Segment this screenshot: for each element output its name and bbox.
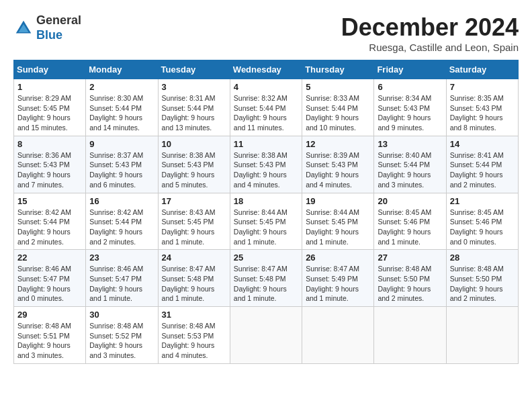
day-number: 2: [89, 82, 154, 92]
calendar-cell: [302, 307, 374, 364]
calendar-cell: 26Sunrise: 8:47 AM Sunset: 5:49 PM Dayli…: [302, 250, 374, 307]
calendar-cell: 17Sunrise: 8:43 AM Sunset: 5:45 PM Dayli…: [158, 193, 230, 250]
day-number: 14: [450, 139, 515, 149]
day-info: Sunrise: 8:43 AM Sunset: 5:45 PM Dayligh…: [162, 208, 226, 247]
day-number: 16: [89, 196, 154, 206]
day-info: Sunrise: 8:44 AM Sunset: 5:45 PM Dayligh…: [234, 208, 298, 247]
day-number: 27: [378, 253, 442, 263]
calendar-cell: [374, 307, 446, 364]
calendar-cell: 1Sunrise: 8:29 AM Sunset: 5:45 PM Daylig…: [14, 79, 86, 136]
calendar-cell: 29Sunrise: 8:48 AM Sunset: 5:51 PM Dayli…: [14, 307, 86, 364]
calendar-week-row: 1Sunrise: 8:29 AM Sunset: 5:45 PM Daylig…: [14, 79, 519, 136]
day-number: 3: [162, 82, 226, 92]
day-info: Sunrise: 8:47 AM Sunset: 5:48 PM Dayligh…: [162, 264, 226, 304]
calendar-cell: [230, 307, 302, 364]
day-number: 17: [162, 196, 226, 206]
day-number: 11: [234, 139, 298, 149]
calendar-cell: 5Sunrise: 8:33 AM Sunset: 5:44 PM Daylig…: [302, 79, 374, 136]
weekday-header-thursday: Thursday: [302, 60, 374, 79]
calendar-cell: 18Sunrise: 8:44 AM Sunset: 5:45 PM Dayli…: [230, 193, 302, 250]
logo-general: General: [36, 13, 81, 28]
calendar-cell: 25Sunrise: 8:47 AM Sunset: 5:48 PM Dayli…: [230, 250, 302, 307]
weekday-header-sunday: Sunday: [14, 60, 86, 79]
calendar-cell: 8Sunrise: 8:36 AM Sunset: 5:43 PM Daylig…: [14, 136, 86, 193]
month-title: December 2024: [341, 13, 519, 42]
calendar-week-row: 22Sunrise: 8:46 AM Sunset: 5:47 PM Dayli…: [14, 250, 519, 307]
calendar-week-row: 29Sunrise: 8:48 AM Sunset: 5:51 PM Dayli…: [14, 307, 519, 364]
logo-icon: [13, 18, 34, 38]
calendar-cell: 22Sunrise: 8:46 AM Sunset: 5:47 PM Dayli…: [14, 250, 86, 307]
day-number: 9: [89, 139, 154, 149]
calendar-cell: 23Sunrise: 8:46 AM Sunset: 5:47 PM Dayli…: [86, 250, 158, 307]
location: Ruesga, Castille and Leon, Spain: [341, 42, 519, 53]
calendar-table: SundayMondayTuesdayWednesdayThursdayFrid…: [13, 60, 519, 364]
calendar-cell: 31Sunrise: 8:48 AM Sunset: 5:53 PM Dayli…: [158, 307, 230, 364]
calendar-cell: 4Sunrise: 8:32 AM Sunset: 5:44 PM Daylig…: [230, 79, 302, 136]
calendar-cell: 7Sunrise: 8:35 AM Sunset: 5:43 PM Daylig…: [446, 79, 518, 136]
calendar-cell: 20Sunrise: 8:45 AM Sunset: 5:46 PM Dayli…: [374, 193, 446, 250]
day-info: Sunrise: 8:31 AM Sunset: 5:44 PM Dayligh…: [162, 93, 226, 133]
weekday-header-saturday: Saturday: [446, 60, 518, 79]
day-number: 23: [89, 253, 154, 263]
day-number: 8: [17, 139, 82, 149]
day-info: Sunrise: 8:48 AM Sunset: 5:50 PM Dayligh…: [450, 264, 515, 304]
calendar-cell: 10Sunrise: 8:38 AM Sunset: 5:43 PM Dayli…: [158, 136, 230, 193]
day-number: 12: [306, 139, 370, 149]
day-info: Sunrise: 8:33 AM Sunset: 5:44 PM Dayligh…: [306, 93, 370, 133]
day-info: Sunrise: 8:38 AM Sunset: 5:43 PM Dayligh…: [234, 150, 298, 190]
day-info: Sunrise: 8:47 AM Sunset: 5:49 PM Dayligh…: [306, 264, 370, 304]
calendar-header-row: SundayMondayTuesdayWednesdayThursdayFrid…: [14, 60, 519, 79]
day-number: 20: [378, 196, 442, 206]
logo-blue: Blue: [36, 28, 81, 43]
calendar-cell: 30Sunrise: 8:48 AM Sunset: 5:52 PM Dayli…: [86, 307, 158, 364]
calendar-cell: 11Sunrise: 8:38 AM Sunset: 5:43 PM Dayli…: [230, 136, 302, 193]
day-number: 18: [234, 196, 298, 206]
day-info: Sunrise: 8:48 AM Sunset: 5:51 PM Dayligh…: [17, 321, 82, 361]
calendar-cell: 27Sunrise: 8:48 AM Sunset: 5:50 PM Dayli…: [374, 250, 446, 307]
calendar-cell: 14Sunrise: 8:41 AM Sunset: 5:44 PM Dayli…: [446, 136, 518, 193]
day-number: 29: [17, 310, 82, 320]
day-info: Sunrise: 8:46 AM Sunset: 5:47 PM Dayligh…: [89, 264, 154, 304]
calendar-cell: 15Sunrise: 8:42 AM Sunset: 5:44 PM Dayli…: [14, 193, 86, 250]
day-number: 24: [162, 253, 226, 263]
day-info: Sunrise: 8:34 AM Sunset: 5:43 PM Dayligh…: [378, 93, 442, 133]
day-info: Sunrise: 8:48 AM Sunset: 5:53 PM Dayligh…: [162, 321, 226, 361]
day-number: 28: [450, 253, 515, 263]
logo: General Blue: [13, 13, 81, 42]
day-info: Sunrise: 8:30 AM Sunset: 5:44 PM Dayligh…: [89, 93, 154, 133]
day-info: Sunrise: 8:39 AM Sunset: 5:43 PM Dayligh…: [306, 150, 370, 190]
calendar-cell: 9Sunrise: 8:37 AM Sunset: 5:43 PM Daylig…: [86, 136, 158, 193]
day-number: 7: [450, 82, 515, 92]
day-info: Sunrise: 8:44 AM Sunset: 5:45 PM Dayligh…: [306, 208, 370, 247]
weekday-header-monday: Monday: [86, 60, 158, 79]
calendar-cell: 2Sunrise: 8:30 AM Sunset: 5:44 PM Daylig…: [86, 79, 158, 136]
day-number: 31: [162, 310, 226, 320]
day-info: Sunrise: 8:46 AM Sunset: 5:47 PM Dayligh…: [17, 264, 82, 304]
day-number: 30: [89, 310, 154, 320]
weekday-header-friday: Friday: [374, 60, 446, 79]
day-number: 19: [306, 196, 370, 206]
day-number: 13: [378, 139, 442, 149]
logo-text: General Blue: [36, 13, 81, 42]
day-number: 21: [450, 196, 515, 206]
calendar-week-row: 8Sunrise: 8:36 AM Sunset: 5:43 PM Daylig…: [14, 136, 519, 193]
calendar-cell: 16Sunrise: 8:42 AM Sunset: 5:44 PM Dayli…: [86, 193, 158, 250]
calendar-cell: 3Sunrise: 8:31 AM Sunset: 5:44 PM Daylig…: [158, 79, 230, 136]
day-number: 22: [17, 253, 82, 263]
day-info: Sunrise: 8:41 AM Sunset: 5:44 PM Dayligh…: [450, 150, 515, 190]
calendar-cell: 21Sunrise: 8:45 AM Sunset: 5:46 PM Dayli…: [446, 193, 518, 250]
day-info: Sunrise: 8:40 AM Sunset: 5:44 PM Dayligh…: [378, 150, 442, 190]
title-block: December 2024 Ruesga, Castille and Leon,…: [341, 13, 519, 53]
day-info: Sunrise: 8:36 AM Sunset: 5:43 PM Dayligh…: [17, 150, 82, 190]
day-info: Sunrise: 8:42 AM Sunset: 5:44 PM Dayligh…: [89, 208, 154, 247]
day-info: Sunrise: 8:38 AM Sunset: 5:43 PM Dayligh…: [162, 150, 226, 190]
calendar-cell: 13Sunrise: 8:40 AM Sunset: 5:44 PM Dayli…: [374, 136, 446, 193]
day-info: Sunrise: 8:45 AM Sunset: 5:46 PM Dayligh…: [378, 208, 442, 247]
day-number: 4: [234, 82, 298, 92]
day-info: Sunrise: 8:47 AM Sunset: 5:48 PM Dayligh…: [234, 264, 298, 304]
day-number: 26: [306, 253, 370, 263]
day-info: Sunrise: 8:42 AM Sunset: 5:44 PM Dayligh…: [17, 208, 82, 247]
calendar-cell: 19Sunrise: 8:44 AM Sunset: 5:45 PM Dayli…: [302, 193, 374, 250]
day-number: 15: [17, 196, 82, 206]
day-number: 5: [306, 82, 370, 92]
